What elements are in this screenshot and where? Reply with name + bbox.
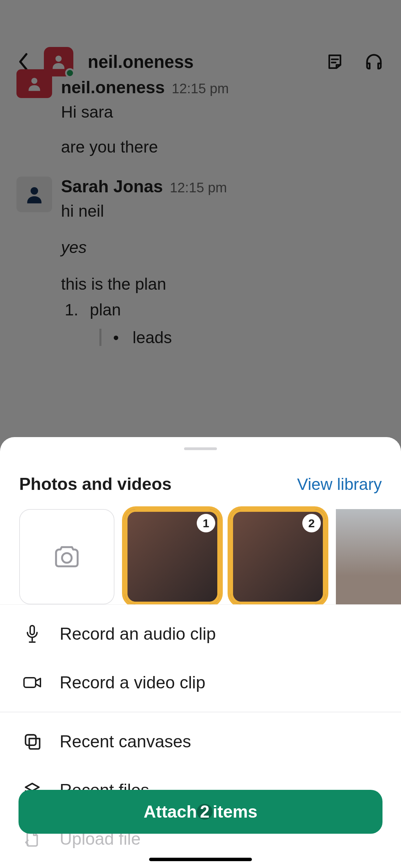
photo-thumbnail[interactable]: 1 (125, 509, 220, 604)
option-label: Record an audio clip (60, 624, 216, 644)
svg-rect-12 (30, 626, 34, 635)
record-video-row[interactable]: Record a video clip (0, 658, 401, 707)
recent-canvases-row[interactable]: Recent canvases (0, 717, 401, 766)
option-label: Record a video clip (60, 673, 205, 692)
photo-thumbnail[interactable] (336, 509, 401, 604)
attach-bar: Attach 2 items (0, 782, 401, 868)
attach-count: 2 (197, 802, 212, 822)
view-library-link[interactable]: View library (297, 475, 382, 494)
svg-rect-14 (26, 735, 36, 745)
home-indicator[interactable] (149, 858, 252, 861)
camera-icon (52, 542, 81, 571)
record-options: Record an audio clip Record a video clip (0, 605, 401, 712)
attach-button-suffix: items (212, 802, 257, 822)
attach-button-prefix: Attach (144, 802, 197, 822)
canvas-icon (23, 732, 42, 751)
thumbnail-image (336, 509, 401, 604)
record-audio-row[interactable]: Record an audio clip (0, 610, 401, 658)
microphone-icon (23, 624, 42, 643)
camera-tile[interactable] (19, 509, 114, 604)
photo-thumbnail[interactable]: 2 (230, 509, 326, 604)
photo-strip[interactable]: 1 2 (0, 506, 401, 604)
svg-rect-13 (24, 678, 36, 687)
video-icon (23, 673, 42, 692)
sheet-grabber[interactable] (184, 447, 217, 450)
option-label: Recent canvases (60, 732, 191, 751)
selection-badge: 1 (197, 514, 215, 532)
svg-point-11 (62, 553, 72, 563)
attachment-sheet: Photos and videos View library 1 2 Recor… (0, 437, 401, 868)
attach-button[interactable]: Attach 2 items (19, 790, 382, 834)
sheet-title: Photos and videos (19, 474, 172, 494)
selection-badge: 2 (302, 514, 321, 532)
